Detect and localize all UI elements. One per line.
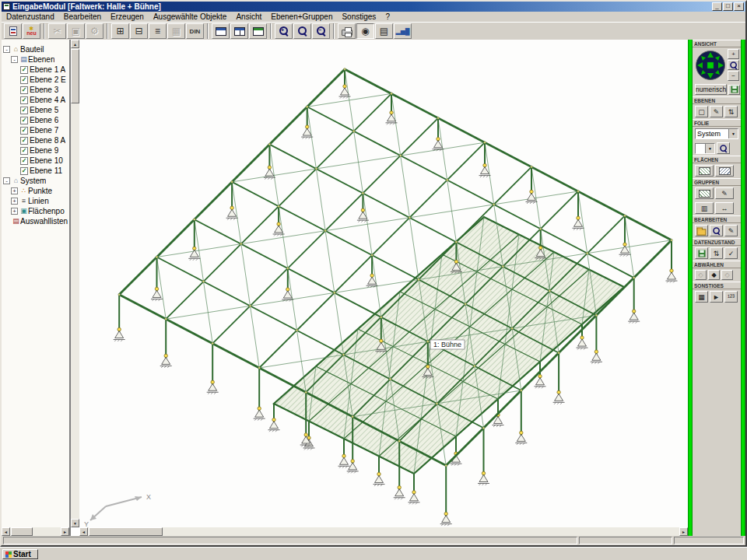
scroll-up-button[interactable]: ▲ [71, 40, 79, 48]
menu-help[interactable]: ? [381, 12, 395, 21]
bearbeiten-zoom-button[interactable] [710, 225, 723, 236]
book-button[interactable]: ▤ [375, 23, 393, 39]
grid-points-button[interactable]: ⊞ [111, 23, 129, 39]
deselect-points-button[interactable]: ◇ [695, 270, 707, 280]
datenzustand-open-button[interactable] [4, 23, 22, 39]
tree-item-ebenen[interactable]: - ▤ Ebenen [2, 54, 69, 65]
expander-icon[interactable]: - [3, 177, 10, 184]
datenzustand-exchange-button[interactable]: ⇅ [710, 247, 723, 259]
datenzustand-save-button[interactable] [695, 247, 708, 259]
layer-check-icon[interactable]: ✓ [20, 96, 28, 104]
properties-button[interactable]: ▣ [67, 23, 85, 39]
folie-filter-select[interactable]: ▼ [695, 143, 715, 154]
expander-icon[interactable]: + [11, 198, 18, 205]
expander-icon[interactable]: - [11, 56, 18, 63]
minimize-button[interactable]: _ [712, 2, 722, 11]
layer-check-icon[interactable]: ✓ [20, 147, 28, 155]
print-button[interactable] [338, 23, 356, 39]
tree-item-auswahllisten[interactable]: ▤ Auswahllisten [2, 216, 69, 226]
layer-check-icon[interactable]: ✓ [20, 76, 28, 84]
tree-item-ebene-11[interactable]: ✓Ebene 11 [2, 166, 69, 176]
gruppen-box-button[interactable]: ▥ [695, 202, 714, 214]
tree-item-linien[interactable]: + ≡ Linien [2, 196, 69, 206]
bearbeiten-edit-button[interactable]: ✎ [724, 225, 738, 236]
sonstiges-grid-button[interactable]: ▦ [695, 291, 708, 303]
structure-model-drawing[interactable]: 1: BühneXY [79, 40, 688, 527]
dropdown-arrow-icon[interactable]: ▼ [705, 144, 714, 153]
zoom-window-button[interactable] [293, 23, 311, 39]
tree-item-ebene-8[interactable]: ✓Ebene 8 A [2, 135, 69, 145]
deselect-all-button[interactable]: ◆ [708, 270, 720, 280]
lines-button[interactable]: ≡ [149, 23, 167, 39]
layer-check-icon[interactable]: ✓ [20, 86, 28, 94]
tree-item-ebene-6[interactable]: ✓Ebene 6 [2, 115, 69, 125]
tree-item-ebene-5[interactable]: ✓Ebene 5 [2, 105, 69, 115]
tree-item-ebene-7[interactable]: ✓Ebene 7 [2, 125, 69, 135]
gruppen-swap-button[interactable]: ↔ [715, 202, 734, 214]
deselect-lines-button[interactable]: ◇ [721, 270, 733, 280]
tree-horizontal-scrollbar[interactable]: ◄ ► [2, 527, 69, 536]
din-button[interactable]: DIN [186, 23, 204, 39]
neu-button[interactable]: ✱ neu [23, 23, 40, 39]
stats-button[interactable]: ▂▅█ [394, 23, 412, 39]
layer-check-icon[interactable]: ✓ [20, 117, 28, 124]
ebenen-edit-button[interactable]: ✎ [710, 106, 723, 117]
view-zoom-out-button[interactable]: − [728, 71, 739, 81]
tree-item-punkte[interactable]: + ∴ Punkte [2, 186, 69, 196]
tree-item-ebene-3[interactable]: ✓Ebene 3 [2, 85, 69, 95]
expander-icon[interactable]: - [3, 46, 10, 53]
datenzustand-apply-button[interactable]: ✓ [724, 247, 738, 259]
tree-item-ebene-9[interactable]: ✓Ebene 9 [2, 145, 69, 156]
tree-item-ebene-2[interactable]: ✓Ebene 2 E [2, 75, 69, 85]
view-rotation-compass[interactable] [695, 50, 726, 81]
scroll-thumb[interactable] [71, 49, 79, 103]
menu-ansicht[interactable]: Ansicht [231, 12, 266, 21]
menu-sonstiges[interactable]: Sonstiges [337, 12, 381, 21]
tree-item-flaechenpositionen[interactable]: + ▣ Flächenpo [2, 206, 69, 216]
maximize-button[interactable]: □ [723, 2, 733, 11]
view-eye-button[interactable]: ◉ [356, 23, 374, 39]
view-zoom-in-button[interactable]: + [728, 49, 739, 59]
tree-item-ebene-10[interactable]: ✓Ebene 10 [2, 156, 69, 166]
scroll-left-button[interactable]: ◄ [79, 527, 88, 536]
save-view-button[interactable] [728, 85, 740, 95]
scroll-thumb[interactable] [89, 527, 163, 536]
settings-button[interactable]: ⚙ [86, 23, 103, 39]
menu-ausgewaehlte-objekte[interactable]: Ausgewählte Objekte [149, 12, 232, 21]
grid-lines-button[interactable]: ⊟ [130, 23, 148, 39]
scroll-left-button[interactable]: ◄ [2, 527, 10, 536]
flaechen-hatch-button[interactable] [695, 165, 714, 177]
scroll-right-button[interactable]: ► [61, 527, 69, 536]
layer-check-icon[interactable]: ✓ [20, 127, 28, 135]
model-viewport[interactable]: 1: BühneXY [79, 40, 688, 527]
layer-check-icon[interactable]: ✓ [20, 167, 28, 175]
window-view-2-button[interactable] [230, 23, 248, 39]
layer-check-icon[interactable]: ✓ [20, 66, 28, 74]
folie-select[interactable]: System ▼ [695, 128, 738, 139]
menu-datenzustand[interactable]: Datenzustand [2, 12, 59, 21]
scroll-right-button[interactable]: ► [679, 527, 688, 536]
flaechen-hatch2-button[interactable] [715, 165, 734, 177]
tree-item-bauteil[interactable]: - ⌂ Bauteil [2, 44, 69, 54]
tree-item-system[interactable]: - ⌂ System [2, 176, 69, 186]
folie-zoom-button[interactable] [717, 142, 730, 154]
scroll-thumb[interactable] [11, 527, 33, 536]
layer-check-icon[interactable]: ✓ [20, 157, 28, 165]
menu-bearbeiten[interactable]: Bearbeiten [59, 12, 106, 21]
start-button[interactable]: Start [2, 549, 38, 559]
layer-check-icon[interactable]: ✓ [20, 107, 28, 114]
view-zoom-window-button[interactable] [728, 60, 739, 70]
zoom-in-button[interactable]: + [275, 23, 293, 39]
renumber-button[interactable]: ¹²³ [724, 291, 738, 303]
dropdown-arrow-icon[interactable]: ▼ [728, 129, 738, 138]
zoom-out-button[interactable]: − [312, 23, 330, 39]
canvas-vertical-scrollbar[interactable]: ▲ ▼ [71, 40, 79, 527]
scroll-down-button[interactable]: ▼ [71, 519, 79, 527]
canvas-horizontal-scrollbar[interactable]: ◄ ► [79, 527, 688, 536]
layer-check-icon[interactable]: ✓ [20, 137, 28, 145]
ebenen-list-button[interactable]: ▢ [695, 106, 708, 117]
window-view-3-button[interactable] [249, 23, 267, 39]
tree-item-ebene-1[interactable]: ✓Ebene 1 A [2, 65, 69, 75]
bearbeiten-open-button[interactable] [695, 225, 708, 236]
cut-button[interactable]: ✂ [48, 23, 66, 39]
